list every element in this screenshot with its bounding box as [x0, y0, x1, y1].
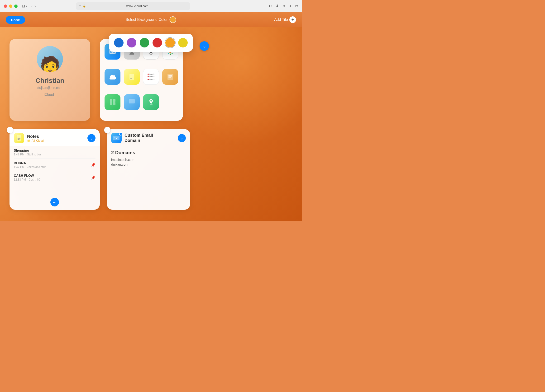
svg-rect-22 [168, 76, 172, 77]
back-button[interactable]: ‹ [31, 4, 32, 9]
profile-avatar: 🧑 [37, 46, 63, 72]
app-icon-keynote[interactable] [124, 94, 140, 110]
download-button[interactable]: ⬇ [276, 4, 279, 8]
page-icon: ⊡ [79, 5, 81, 8]
close-button[interactable] [4, 5, 7, 8]
apps-tile-expand-button[interactable]: ⌄ [199, 41, 209, 51]
note-preview: Stuff to buy [27, 153, 42, 156]
notes-folder-icon: 📁 [27, 139, 31, 142]
notes-tile: Notes 📁 All iCloud ⌄ Shopping 1:48 PM St… [10, 129, 100, 210]
color-option-blue[interactable] [114, 38, 124, 48]
traffic-lights[interactable] [4, 5, 18, 8]
notes-title-area: Notes 📁 All iCloud [27, 134, 85, 142]
email-expand-button[interactable]: ⌄ [178, 134, 186, 142]
svg-rect-23 [168, 77, 171, 78]
app-icon-notes[interactable] [124, 69, 140, 85]
email-badge [119, 132, 122, 135]
notes-subtitle-text: All iCloud [31, 139, 44, 142]
app-icon-reminders[interactable]: item 1 item 2 item 3 [143, 69, 159, 85]
list-item[interactable]: BORNA 1:47 PM Jokes and stuff 📌 [14, 159, 95, 171]
notes-title: Notes [27, 134, 85, 139]
color-option-purple[interactable] [127, 38, 136, 48]
svg-rect-21 [168, 75, 172, 76]
email-tile-body: 2 Domains imacintosh.com dujkan.com [107, 146, 190, 171]
icloud-toolbar: Done Select Background Color Add Tile + [0, 12, 302, 27]
main-content: 🧑 Christian dujkan@me.com iCloud+ ⌄ [0, 27, 302, 221]
svg-point-31 [150, 104, 153, 105]
minimize-button[interactable] [9, 5, 12, 8]
note-time: 1:48 PM [14, 153, 25, 156]
email-domains-count: 2 Domains [111, 150, 186, 155]
color-option-green[interactable] [140, 38, 149, 48]
svg-rect-28 [129, 99, 135, 103]
color-preview-circle[interactable] [169, 16, 176, 23]
app-icon-findmy[interactable] [143, 94, 159, 110]
note-time: 1:47 PM [14, 165, 25, 169]
notes-list: Shopping 1:48 PM Stuff to buy BORNA 1:47… [10, 146, 100, 184]
email-domain-2: dujkan.com [111, 163, 186, 166]
remove-notes-button[interactable]: − [7, 127, 13, 133]
browser-chrome: ⊟▾ ‹ › ⊡ 🔒 www.icloud.com ↻ ⬇ ⬆ + ⧉ [0, 0, 302, 12]
svg-rect-25 [113, 99, 115, 102]
new-tab-button[interactable]: + [289, 4, 291, 8]
email-app-icon [111, 133, 122, 143]
svg-line-13 [172, 53, 173, 54]
tabs-button[interactable]: ⧉ [295, 4, 298, 8]
color-option-yellow[interactable] [178, 38, 188, 48]
notes-app-icon [14, 133, 24, 143]
share-button[interactable]: ⬆ [283, 4, 285, 8]
notes-expand-button[interactable]: ⌄ [87, 134, 95, 142]
profile-tile: 🧑 Christian dujkan@me.com iCloud+ [10, 39, 90, 121]
done-button[interactable]: Done [6, 16, 25, 24]
note-title: CASH FLOW [14, 174, 95, 177]
nav-buttons: ‹ › [31, 4, 36, 9]
profile-email: dujkan@me.com [37, 86, 62, 90]
svg-line-15 [168, 53, 169, 54]
list-item[interactable]: Shopping 1:48 PM Stuff to buy [14, 146, 95, 159]
pin-icon: 📌 [91, 175, 95, 180]
svg-rect-16 [130, 74, 134, 80]
forward-button[interactable]: › [34, 4, 36, 9]
address-bar[interactable]: ⊡ 🔒 www.icloud.com [76, 2, 190, 10]
sidebar-toggle[interactable]: ⊟▾ [22, 4, 27, 8]
chevron-down-icon: ⌄ [203, 43, 206, 49]
note-preview: Cash: €0 [29, 178, 40, 181]
pin-icon: 📌 [91, 163, 95, 167]
svg-rect-26 [110, 102, 112, 105]
app-icon-pages[interactable] [162, 69, 178, 85]
app-icon-numbers[interactable] [105, 94, 120, 110]
note-title: BORNA [14, 161, 95, 165]
email-tile: Custom EmailDomain ⌄ 2 Domains imacintos… [107, 129, 190, 210]
browser-actions: ↻ ⬇ ⬆ + ⧉ [269, 4, 298, 8]
add-tile-plus-icon: + [289, 16, 296, 23]
color-option-orange[interactable] [165, 38, 175, 48]
svg-rect-36 [113, 136, 119, 140]
add-tile-button[interactable]: Add Tile + [274, 16, 296, 23]
list-item[interactable]: CASH FLOW 12:33 PM Cash: €0 📌 [14, 171, 95, 184]
note-title: Shopping [14, 149, 95, 152]
add-tile-label: Add Tile [274, 18, 288, 22]
note-meta: 12:33 PM Cash: €0 [14, 178, 95, 181]
select-background-color-area: Select Background Color [126, 16, 176, 23]
color-picker-popup [109, 34, 193, 52]
email-title-area: Custom EmailDomain [124, 133, 175, 143]
select-bg-label: Select Background Color [126, 18, 168, 22]
lock-icon: 🔒 [83, 5, 86, 8]
notes-more-button[interactable]: ··· [50, 198, 59, 206]
url-text: www.icloud.com [87, 4, 187, 8]
reload-button[interactable]: ↻ [269, 4, 272, 8]
notes-subtitle: 📁 All iCloud [27, 139, 85, 142]
profile-plan: iCloud+ [44, 93, 56, 96]
note-time: 12:33 PM [14, 178, 26, 181]
note-meta: 1:48 PM Stuff to buy [14, 153, 95, 156]
chevron-down-icon: ⌄ [90, 136, 93, 140]
note-preview: Jokes and stuff [27, 165, 46, 169]
profile-name: Christian [35, 77, 64, 84]
maximize-button[interactable] [14, 5, 18, 8]
color-option-red[interactable] [153, 38, 162, 48]
avatar-image: 🧑 [40, 57, 60, 72]
chevron-down-icon: ⌄ [180, 136, 183, 140]
app-icon-icloud[interactable] [105, 69, 120, 85]
email-title: Custom EmailDomain [124, 133, 175, 143]
remove-email-button[interactable]: − [104, 127, 111, 133]
